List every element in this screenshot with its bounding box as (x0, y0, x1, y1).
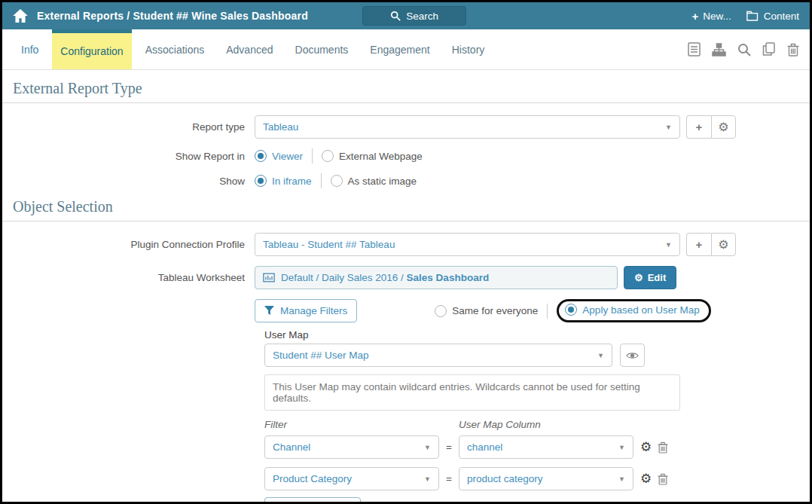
search-icon (390, 11, 401, 21)
hierarchy-icon[interactable] (712, 43, 726, 57)
add-report-type-button[interactable]: + (686, 115, 711, 139)
mapping-filter-value: Channel (273, 441, 310, 453)
radio-as-static-image-label: As static image (348, 176, 417, 187)
add-profile-button[interactable]: + (686, 233, 711, 256)
radio-circle-icon (565, 304, 577, 316)
gear-icon: ⚙ (718, 121, 728, 133)
preview-user-map-button[interactable] (620, 344, 645, 367)
mapping-filter-dropdown[interactable]: Product Category ▼ (264, 467, 439, 490)
equals-sign: = (446, 473, 452, 484)
search-object-icon[interactable] (737, 43, 751, 57)
radio-same-for-everyone[interactable]: Same for everyone (435, 305, 538, 317)
report-type-dropdown[interactable]: Tableau ▼ (255, 115, 680, 139)
radio-as-static-image[interactable]: As static image (331, 175, 417, 187)
report-type-row: Report type Tableau ▼ + ⚙ (2, 115, 810, 139)
profile-settings-button[interactable]: ⚙ (711, 233, 736, 256)
radio-circle-icon (255, 175, 267, 187)
mapping-delete-trash-icon[interactable] (658, 473, 668, 485)
chevron-down-icon: ▼ (618, 475, 625, 483)
new-button[interactable]: + New... (691, 11, 731, 22)
tableau-worksheet-label: Tableau Worksheet (2, 272, 255, 283)
show-report-in-label: Show Report in (2, 151, 255, 162)
equals-sign: = (446, 441, 452, 453)
eye-icon (626, 351, 639, 360)
mapping-headers: Filter User Map Column (264, 419, 810, 430)
mapping-row: Product Category ▼ = product category ▼ … (264, 467, 810, 490)
annotation-highlight-ring: Apply based on User Map (557, 299, 710, 322)
trash-icon[interactable] (787, 43, 799, 57)
mapping-filter-dropdown[interactable]: Channel ▼ (264, 435, 439, 459)
edit-button-label: Edit (648, 272, 667, 283)
user-map-dropdown[interactable]: Student ## User Map ▼ (264, 344, 612, 367)
tab-advanced[interactable]: Advanced (218, 29, 281, 69)
mapping-column-dropdown[interactable]: channel ▼ (459, 435, 633, 459)
chevron-down-icon: ▼ (665, 241, 672, 249)
folder-icon (746, 11, 759, 22)
top-navigation-bar: External Reports / Student ## Wine Sales… (2, 2, 810, 29)
mapping-column-value: channel (467, 441, 502, 453)
plugin-profile-actions: + ⚙ (686, 233, 736, 256)
manage-filters-label: Manage Filters (280, 305, 347, 316)
tab-engagement[interactable]: Engagement (362, 29, 438, 69)
tab-associations[interactable]: Associations (137, 29, 213, 69)
search-button-label: Search (406, 11, 438, 22)
divider (321, 173, 322, 188)
report-type-settings-button[interactable]: ⚙ (711, 115, 736, 139)
topbar-right-group: + New... Content (691, 11, 799, 22)
new-button-label: New... (703, 11, 731, 22)
tableau-worksheet-row: Tableau Worksheet Default / Daily Sales … (2, 266, 810, 289)
breadcrumb: External Reports / Student ## Wine Sales… (37, 10, 308, 22)
show-report-in-options: Viewer External Webpage (255, 148, 423, 163)
radio-in-iframe[interactable]: In iframe (255, 175, 312, 187)
radio-external-webpage[interactable]: External Webpage (322, 150, 423, 162)
tab-configuration[interactable]: Configuration (52, 29, 131, 69)
mapping-column-value: product category (467, 473, 543, 484)
manage-filters-button[interactable]: Manage Filters (255, 299, 357, 322)
home-icon[interactable] (13, 9, 28, 23)
copy-icon[interactable] (762, 42, 776, 57)
edit-worksheet-button[interactable]: ⚙ Edit (624, 266, 676, 289)
user-map-note: This User Map may contain wildcard entri… (264, 374, 680, 411)
chevron-down-icon: ▼ (424, 475, 431, 483)
mapping-filter-value: Product Category (273, 473, 352, 484)
radio-external-webpage-label: External Webpage (339, 151, 423, 162)
tab-bar: Info Configuration Associations Advanced… (2, 29, 810, 70)
filter-apply-options: Same for everyone Apply based on User Ma… (435, 299, 710, 322)
worksheet-path-prefix: Default / Daily Sales 2016 / (281, 272, 407, 283)
chevron-down-icon: ▼ (424, 444, 431, 451)
radio-apply-user-map-label: Apply based on User Map (582, 304, 699, 316)
show-row: Show In iframe As static image (2, 173, 810, 188)
add-mapping-button[interactable]: + Add Mapping (264, 497, 361, 504)
plugin-profile-label: Plugin Connection Profile (2, 239, 255, 250)
radio-in-iframe-label: In iframe (272, 176, 312, 187)
mapping-column-dropdown[interactable]: product category ▼ (459, 467, 633, 490)
show-options: In iframe As static image (255, 173, 417, 188)
tab-info[interactable]: Info (13, 29, 47, 69)
filters-row: Manage Filters Same for everyone Apply b… (2, 299, 810, 322)
plus-icon: + (696, 121, 703, 133)
radio-apply-user-map[interactable]: Apply based on User Map (565, 304, 699, 316)
radio-circle-icon (331, 175, 343, 187)
user-map-value: Student ## User Map (273, 350, 369, 361)
chevron-down-icon: ▼ (597, 352, 604, 359)
plugin-profile-row: Plugin Connection Profile Tableau - Stud… (2, 233, 810, 256)
plugin-profile-dropdown[interactable]: Tableau - Student ## Tableau ▼ (255, 233, 680, 256)
divider (312, 148, 313, 163)
search-button[interactable]: Search (362, 6, 466, 26)
radio-same-for-everyone-label: Same for everyone (452, 305, 538, 316)
report-type-value: Tableau (263, 121, 298, 133)
tab-documents[interactable]: Documents (287, 29, 357, 69)
chevron-down-icon: ▼ (618, 444, 625, 451)
radio-circle-icon (322, 150, 334, 162)
mapping-settings-gear-icon[interactable]: ⚙ (640, 439, 652, 455)
mapping-delete-trash-icon[interactable] (658, 441, 668, 454)
worksheet-path-current: Sales Dashboard (407, 272, 490, 283)
gear-icon: ⚙ (634, 273, 643, 283)
document-icon[interactable] (688, 42, 701, 57)
section-title-object-selection: Object Selection (2, 195, 810, 221)
mapping-settings-gear-icon[interactable]: ⚙ (640, 471, 652, 487)
radio-viewer[interactable]: Viewer (255, 150, 303, 162)
filter-icon (264, 306, 274, 316)
content-button[interactable]: Content (746, 11, 799, 22)
tab-history[interactable]: History (444, 29, 493, 69)
